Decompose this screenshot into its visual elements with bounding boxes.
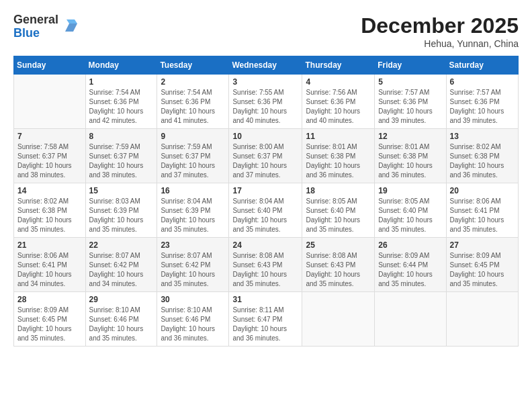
calendar-cell: 14Sunrise: 8:02 AMSunset: 6:38 PMDayligh…	[14, 183, 86, 238]
calendar-cell: 10Sunrise: 8:00 AMSunset: 6:37 PMDayligh…	[229, 129, 302, 183]
day-number: 9	[161, 132, 225, 141]
day-header-saturday: Saturday	[446, 56, 518, 75]
day-info: Sunrise: 8:10 AMSunset: 6:46 PMDaylight:…	[161, 306, 225, 343]
day-number: 15	[89, 186, 154, 195]
calendar-cell: 4Sunrise: 7:56 AMSunset: 6:36 PMDaylight…	[302, 75, 375, 129]
day-number: 27	[450, 240, 515, 250]
day-number: 4	[306, 77, 371, 87]
calendar-cell: 26Sunrise: 8:09 AMSunset: 6:44 PMDayligh…	[375, 238, 446, 292]
day-number: 1	[89, 77, 154, 87]
title-block: December 2025 Hehua, Yunnan, China	[361, 13, 519, 49]
calendar-cell: 24Sunrise: 8:08 AMSunset: 6:43 PMDayligh…	[229, 238, 302, 292]
day-info: Sunrise: 8:03 AMSunset: 6:39 PMDaylight:…	[89, 197, 154, 234]
calendar-cell	[446, 292, 518, 347]
calendar-cell: 5Sunrise: 7:57 AMSunset: 6:36 PMDaylight…	[375, 75, 446, 129]
calendar-cell: 6Sunrise: 7:57 AMSunset: 6:36 PMDaylight…	[446, 75, 518, 129]
day-info: Sunrise: 7:59 AMSunset: 6:37 PMDaylight:…	[89, 142, 154, 180]
calendar-cell: 15Sunrise: 8:03 AMSunset: 6:39 PMDayligh…	[85, 183, 157, 238]
day-number: 20	[450, 186, 515, 195]
day-number: 29	[89, 295, 154, 304]
day-info: Sunrise: 8:02 AMSunset: 6:38 PMDaylight:…	[450, 142, 515, 180]
day-number: 6	[450, 77, 515, 87]
day-info: Sunrise: 8:05 AMSunset: 6:40 PMDaylight:…	[378, 197, 442, 234]
day-number: 12	[378, 132, 442, 141]
calendar-cell: 12Sunrise: 8:01 AMSunset: 6:38 PMDayligh…	[375, 129, 446, 183]
day-info: Sunrise: 8:07 AMSunset: 6:42 PMDaylight:…	[89, 251, 154, 289]
calendar-cell: 11Sunrise: 8:01 AMSunset: 6:38 PMDayligh…	[302, 129, 375, 183]
calendar-header: SundayMondayTuesdayWednesdayThursdayFrid…	[14, 56, 519, 75]
calendar-cell: 9Sunrise: 7:59 AMSunset: 6:37 PMDaylight…	[157, 129, 229, 183]
day-info: Sunrise: 8:10 AMSunset: 6:46 PMDaylight:…	[89, 306, 154, 343]
day-number: 19	[378, 186, 442, 195]
calendar-cell: 1Sunrise: 7:54 AMSunset: 6:36 PMDaylight…	[85, 75, 157, 129]
day-info: Sunrise: 7:55 AMSunset: 6:36 PMDaylight:…	[232, 88, 298, 126]
calendar-cell: 3Sunrise: 7:55 AMSunset: 6:36 PMDaylight…	[229, 75, 302, 129]
page-header: General Blue December 2025 Hehua, Yunnan…	[13, 13, 519, 49]
day-info: Sunrise: 7:57 AMSunset: 6:36 PMDaylight:…	[378, 88, 442, 126]
day-number: 16	[161, 186, 225, 195]
day-number: 3	[232, 77, 298, 87]
day-info: Sunrise: 8:04 AMSunset: 6:40 PMDaylight:…	[232, 197, 298, 234]
location: Hehua, Yunnan, China	[361, 38, 519, 49]
day-number: 17	[232, 186, 298, 195]
day-header-thursday: Thursday	[302, 56, 375, 75]
calendar-cell: 21Sunrise: 8:06 AMSunset: 6:41 PMDayligh…	[14, 238, 86, 292]
svg-marker-0	[65, 24, 77, 32]
day-info: Sunrise: 7:59 AMSunset: 6:37 PMDaylight:…	[161, 142, 225, 180]
day-header-friday: Friday	[375, 56, 446, 75]
calendar-cell: 16Sunrise: 8:04 AMSunset: 6:39 PMDayligh…	[157, 183, 229, 238]
calendar-table: SundayMondayTuesdayWednesdayThursdayFrid…	[13, 56, 519, 347]
day-info: Sunrise: 8:00 AMSunset: 6:37 PMDaylight:…	[232, 142, 298, 180]
day-info: Sunrise: 8:06 AMSunset: 6:41 PMDaylight:…	[450, 197, 515, 234]
day-info: Sunrise: 8:07 AMSunset: 6:42 PMDaylight:…	[161, 251, 225, 289]
day-info: Sunrise: 8:01 AMSunset: 6:38 PMDaylight:…	[306, 142, 371, 180]
calendar-cell: 20Sunrise: 8:06 AMSunset: 6:41 PMDayligh…	[446, 183, 518, 238]
day-number: 28	[17, 295, 82, 304]
calendar-body: 1Sunrise: 7:54 AMSunset: 6:36 PMDaylight…	[14, 75, 519, 347]
day-info: Sunrise: 8:08 AMSunset: 6:43 PMDaylight:…	[232, 251, 298, 289]
calendar-cell: 17Sunrise: 8:04 AMSunset: 6:40 PMDayligh…	[229, 183, 302, 238]
day-number: 21	[17, 240, 82, 250]
day-number: 26	[378, 240, 442, 250]
calendar-cell: 29Sunrise: 8:10 AMSunset: 6:46 PMDayligh…	[85, 292, 157, 347]
calendar-cell: 8Sunrise: 7:59 AMSunset: 6:37 PMDaylight…	[85, 129, 157, 183]
calendar-cell	[375, 292, 446, 347]
day-number: 22	[89, 240, 154, 250]
day-info: Sunrise: 8:09 AMSunset: 6:44 PMDaylight:…	[378, 251, 442, 289]
month-title: December 2025	[361, 13, 519, 38]
day-number: 11	[306, 132, 371, 141]
day-number: 2	[161, 77, 225, 87]
day-info: Sunrise: 8:08 AMSunset: 6:43 PMDaylight:…	[306, 251, 371, 289]
day-header-monday: Monday	[85, 56, 157, 75]
calendar-cell: 18Sunrise: 8:05 AMSunset: 6:40 PMDayligh…	[302, 183, 375, 238]
logo-general: General	[13, 13, 58, 27]
day-number: 23	[161, 240, 225, 250]
day-info: Sunrise: 7:57 AMSunset: 6:36 PMDaylight:…	[450, 88, 515, 126]
day-number: 10	[232, 132, 298, 141]
day-info: Sunrise: 8:09 AMSunset: 6:45 PMDaylight:…	[450, 251, 515, 289]
calendar-cell: 31Sunrise: 8:11 AMSunset: 6:47 PMDayligh…	[229, 292, 302, 347]
calendar-cell	[302, 292, 375, 347]
day-info: Sunrise: 7:54 AMSunset: 6:36 PMDaylight:…	[89, 88, 154, 126]
day-number: 30	[161, 295, 225, 304]
calendar-cell: 22Sunrise: 8:07 AMSunset: 6:42 PMDayligh…	[85, 238, 157, 292]
day-number: 5	[378, 77, 442, 87]
day-info: Sunrise: 8:04 AMSunset: 6:39 PMDaylight:…	[161, 197, 225, 234]
day-info: Sunrise: 8:09 AMSunset: 6:45 PMDaylight:…	[17, 306, 82, 343]
day-number: 18	[306, 186, 371, 195]
day-header-wednesday: Wednesday	[229, 56, 302, 75]
day-info: Sunrise: 8:01 AMSunset: 6:38 PMDaylight:…	[378, 142, 442, 180]
calendar-cell: 28Sunrise: 8:09 AMSunset: 6:45 PMDayligh…	[14, 292, 86, 347]
calendar-cell	[14, 75, 86, 129]
day-info: Sunrise: 7:58 AMSunset: 6:37 PMDaylight:…	[17, 142, 82, 180]
calendar-cell: 30Sunrise: 8:10 AMSunset: 6:46 PMDayligh…	[157, 292, 229, 347]
logo-icon	[61, 17, 80, 38]
calendar-cell: 27Sunrise: 8:09 AMSunset: 6:45 PMDayligh…	[446, 238, 518, 292]
day-info: Sunrise: 8:11 AMSunset: 6:47 PMDaylight:…	[232, 306, 298, 343]
day-number: 24	[232, 240, 298, 250]
calendar-cell: 7Sunrise: 7:58 AMSunset: 6:37 PMDaylight…	[14, 129, 86, 183]
day-number: 25	[306, 240, 371, 250]
day-info: Sunrise: 8:06 AMSunset: 6:41 PMDaylight:…	[17, 251, 82, 289]
day-info: Sunrise: 7:54 AMSunset: 6:36 PMDaylight:…	[161, 88, 225, 126]
calendar-cell: 13Sunrise: 8:02 AMSunset: 6:38 PMDayligh…	[446, 129, 518, 183]
